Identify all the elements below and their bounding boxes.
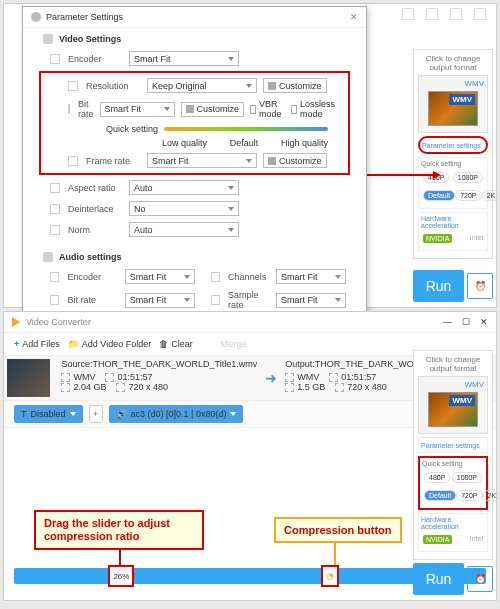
- icon-b[interactable]: [426, 8, 438, 20]
- a-encoder-icon: [50, 272, 59, 282]
- close-icon-2[interactable]: ✕: [480, 317, 488, 327]
- button-callout: Compression button: [274, 517, 402, 543]
- output-format-panel: Click to change output format WMV Parame…: [413, 49, 493, 259]
- sample-icon: [211, 295, 220, 305]
- format-hdr: Click to change output format: [418, 54, 488, 72]
- quick-setting-panel: Quick setting 480P 1080P Default 720P 2K: [418, 157, 488, 209]
- slider-knob[interactable]: 26%: [108, 565, 134, 587]
- parameter-settings-dialog: Parameter Settings ✕ Video Settings Enco…: [22, 6, 367, 358]
- merge-button[interactable]: Merge: [221, 339, 247, 349]
- intel-badge[interactable]: Intel: [470, 234, 483, 243]
- quality-slider[interactable]: [164, 127, 328, 131]
- bitrate-customize[interactable]: Customize: [181, 102, 245, 117]
- framerate-icon: [68, 156, 78, 166]
- slider-callout: Drag the slider to adjust compression ra…: [34, 510, 204, 550]
- deinterlace-select[interactable]: No: [129, 201, 239, 216]
- wmv-thumb: [428, 91, 478, 126]
- subtitle-select[interactable]: TDisabled: [14, 405, 83, 423]
- nvidia-badge[interactable]: NVIDIA: [423, 234, 452, 243]
- add-folder-button[interactable]: 📁Add Video Folder: [68, 339, 151, 349]
- a-sample-select[interactable]: Smart Fit: [276, 293, 346, 308]
- deinterlace-icon: [50, 204, 60, 214]
- subtitle-add[interactable]: +: [89, 405, 103, 423]
- gear-icon: [31, 12, 41, 22]
- res-480-2[interactable]: 480P: [424, 472, 450, 483]
- app-title: Video Converter: [26, 317, 91, 327]
- res-1080[interactable]: 1080P: [453, 172, 483, 183]
- max-icon[interactable]: ☐: [462, 317, 470, 327]
- res-720-2[interactable]: 720P: [456, 490, 482, 501]
- a-bitrate-select[interactable]: Smart Fit: [125, 293, 195, 308]
- res-2k-2[interactable]: 2K: [483, 490, 500, 501]
- run-button-2[interactable]: Run: [413, 563, 464, 595]
- close-icon[interactable]: [474, 8, 486, 20]
- wmv-thumb-2: [428, 392, 478, 427]
- norm-select[interactable]: Auto: [129, 222, 239, 237]
- dialog-title: Parameter Settings: [46, 12, 123, 22]
- parameter-settings-link[interactable]: Parameter settings: [418, 136, 488, 154]
- res-default-2[interactable]: Default: [424, 490, 456, 501]
- schedule-button[interactable]: ⏰: [467, 273, 493, 299]
- aspect-select[interactable]: Auto: [129, 180, 239, 195]
- bitrate-select[interactable]: Smart Fit: [100, 102, 175, 117]
- resolution-select[interactable]: Keep Original: [147, 78, 257, 93]
- app-logo-icon: [12, 317, 20, 327]
- framerate-select[interactable]: Smart Fit: [147, 153, 257, 168]
- arrow-icon: ➜: [265, 370, 277, 386]
- quick-setting-panel-2: Quick setting 480P 1080P Default 720P 2K: [418, 456, 488, 510]
- framerate-customize[interactable]: Customize: [263, 153, 327, 168]
- vbr-checkbox[interactable]: VBR mode: [250, 99, 285, 119]
- format-box-2[interactable]: WMV: [418, 376, 488, 434]
- res-default[interactable]: Default: [423, 190, 455, 201]
- minimize-icon[interactable]: [450, 8, 462, 20]
- annotation-arrow: [359, 174, 439, 176]
- lossless-checkbox[interactable]: Lossless mode: [291, 99, 338, 119]
- a-channels-select[interactable]: Smart Fit: [276, 269, 346, 284]
- encoder-icon: [50, 54, 60, 64]
- output-format-panel-2: Click to change output format WMV Parame…: [413, 350, 493, 560]
- parameter-settings-link-2[interactable]: Parameter settings: [418, 437, 488, 453]
- icon-a[interactable]: [402, 8, 414, 20]
- run-button[interactable]: Run: [413, 270, 464, 302]
- resize-icon: [68, 81, 78, 91]
- a-bitrate-icon: [50, 295, 59, 305]
- highlighted-settings: Resolution Keep Original Customize Bit r…: [39, 71, 350, 175]
- schedule-button-2[interactable]: ⏰: [467, 566, 493, 592]
- format-box[interactable]: WMV: [418, 75, 488, 133]
- aspect-icon: [50, 183, 60, 193]
- intel-badge-2[interactable]: Intel: [470, 535, 483, 544]
- video-section-icon: [43, 34, 53, 44]
- clear-button[interactable]: 🗑Clear: [159, 339, 193, 349]
- dialog-close-icon[interactable]: ✕: [350, 12, 358, 22]
- hw-accel-panel-2: Hardware acceleration NVIDIA Intel: [418, 513, 488, 552]
- video-thumbnail[interactable]: [7, 359, 50, 397]
- audio-track-select[interactable]: 🔊ac3 (d0) [0]0.1 | 0x80(d): [109, 405, 244, 423]
- min-icon[interactable]: —: [443, 317, 452, 327]
- a-encoder-select[interactable]: Smart Fit: [125, 269, 195, 284]
- hw-accel-panel: Hardware acceleration NVIDIA Intel: [418, 212, 488, 251]
- res-1080-2[interactable]: 1080P: [452, 472, 482, 483]
- norm-icon: [50, 225, 60, 235]
- bitrate-icon: [68, 104, 70, 114]
- res-720[interactable]: 720P: [455, 190, 481, 201]
- channels-icon: [211, 272, 220, 282]
- add-files-button[interactable]: +Add Files: [14, 339, 60, 349]
- nvidia-badge-2[interactable]: NVIDIA: [423, 535, 452, 544]
- encoder-select[interactable]: Smart Fit: [129, 51, 239, 66]
- res-2k[interactable]: 2K: [482, 190, 500, 201]
- compression-button[interactable]: ◔: [321, 565, 339, 587]
- resolution-customize[interactable]: Customize: [263, 78, 327, 93]
- audio-section-icon: [43, 252, 53, 262]
